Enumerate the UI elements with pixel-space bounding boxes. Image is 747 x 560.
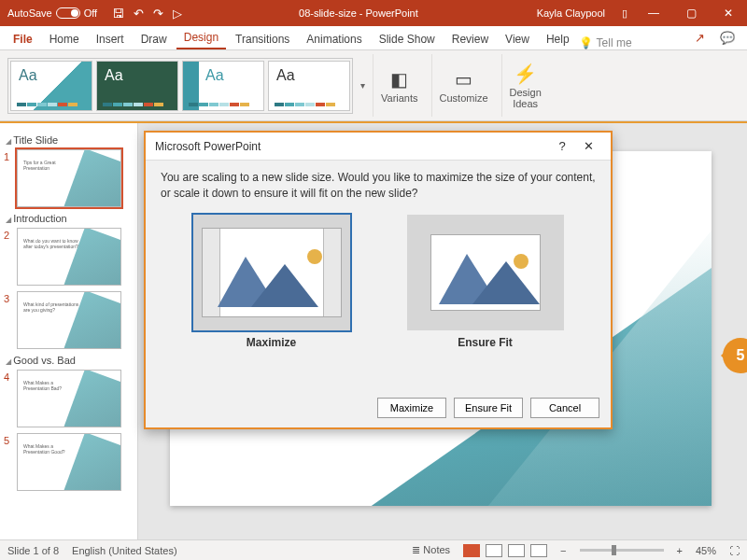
dialog-message: You are scaling to a new slide size. Wou… bbox=[146, 161, 611, 211]
notes-toggle[interactable]: ≣ Notes bbox=[412, 544, 450, 556]
tutorial-callout: 5 bbox=[723, 338, 747, 373]
close-button[interactable]: ✕ bbox=[710, 0, 747, 26]
theme-thumb-1[interactable]: Aa bbox=[10, 61, 92, 111]
group-design-ideas[interactable]: ⚡ Design Ideas bbox=[501, 54, 549, 117]
thumb-row-3[interactable]: 3 What kind of presentations are you giv… bbox=[4, 291, 134, 349]
thumb-row-4[interactable]: 4 What Makes a Presentation Bad? bbox=[4, 370, 134, 427]
group-customize[interactable]: ▭ Customize bbox=[431, 54, 496, 117]
option-maximize[interactable]: Maximize bbox=[193, 215, 350, 349]
tab-draw[interactable]: Draw bbox=[134, 29, 175, 49]
tell-me-label: Tell me bbox=[597, 36, 632, 49]
user-name[interactable]: Kayla Claypool bbox=[528, 7, 614, 19]
zoom-out-button[interactable]: − bbox=[560, 545, 566, 556]
title-bar: AutoSave Off 🖫 ↶ ↷ ▷ 08-slide-size - Pow… bbox=[0, 0, 747, 26]
customize-icon: ▭ bbox=[455, 68, 472, 91]
help-button[interactable]: ? bbox=[549, 139, 575, 153]
themes-gallery[interactable]: Aa Aa Aa Aa bbox=[7, 58, 353, 114]
cancel-button[interactable]: Cancel bbox=[530, 398, 599, 418]
slideshow-view-button[interactable] bbox=[530, 544, 547, 557]
zoom-in-button[interactable]: + bbox=[677, 545, 683, 556]
tab-transitions[interactable]: Transitions bbox=[228, 29, 297, 49]
section-good-vs-bad[interactable]: Good vs. Bad bbox=[6, 355, 132, 366]
quick-access-toolbar: 🖫 ↶ ↷ ▷ bbox=[105, 7, 190, 21]
tell-me-search[interactable]: 💡 Tell me bbox=[579, 36, 632, 49]
slide-number: 5 bbox=[4, 433, 13, 446]
theme-thumb-3[interactable]: Aa bbox=[182, 61, 264, 111]
view-buttons bbox=[463, 544, 547, 557]
variants-label: Variants bbox=[381, 92, 418, 104]
tab-insert[interactable]: Insert bbox=[89, 29, 132, 49]
option-ensure-fit[interactable]: Ensure Fit bbox=[407, 215, 564, 349]
variants-icon: ◧ bbox=[390, 68, 408, 91]
tab-help[interactable]: Help bbox=[539, 29, 577, 49]
slide-thumbnails-panel[interactable]: Title Slide 1 Tips for a Great Presentat… bbox=[0, 123, 138, 539]
zoom-level[interactable]: 45% bbox=[696, 545, 716, 556]
autosave-state: Off bbox=[84, 7, 97, 19]
maximize-button[interactable]: Maximize bbox=[377, 398, 446, 418]
comments-button[interactable]: 💬 bbox=[713, 26, 741, 49]
tab-review[interactable]: Review bbox=[444, 29, 496, 49]
slide-size-dialog: Microsoft PowerPoint ? ✕ You are scaling… bbox=[144, 131, 613, 429]
callout-number: 5 bbox=[737, 347, 745, 364]
section-title-slide[interactable]: Title Slide bbox=[6, 134, 132, 146]
option-maximize-label: Maximize bbox=[247, 336, 296, 349]
slide-thumb-3[interactable]: What kind of presentations are you givin… bbox=[17, 291, 121, 349]
notes-label: Notes bbox=[423, 544, 450, 555]
slide-counter[interactable]: Slide 1 of 8 bbox=[7, 545, 59, 556]
tab-home[interactable]: Home bbox=[42, 29, 87, 49]
tab-file[interactable]: File bbox=[6, 29, 40, 49]
ribbon-design: Aa Aa Aa Aa ▾ ◧ Variants ▭ Customize ⚡ D… bbox=[0, 50, 747, 121]
zoom-slider[interactable] bbox=[580, 549, 664, 552]
reading-view-button[interactable] bbox=[508, 544, 525, 557]
thumb-row-5[interactable]: 5 What Makes a Presentation Good? bbox=[4, 433, 134, 491]
maximize-button[interactable]: ▢ bbox=[672, 0, 710, 26]
slide-number: 2 bbox=[4, 228, 13, 241]
autosave-toggle[interactable]: AutoSave Off bbox=[0, 7, 105, 19]
customize-label: Customize bbox=[440, 92, 488, 104]
dialog-close-button[interactable]: ✕ bbox=[575, 139, 601, 153]
slide-thumb-1[interactable]: Tips for a Great Presentation bbox=[17, 149, 121, 207]
design-ideas-icon: ⚡ bbox=[514, 63, 537, 85]
slide-number: 4 bbox=[4, 370, 13, 383]
autosave-label: AutoSave bbox=[7, 7, 52, 19]
share-button[interactable]: ↗ bbox=[688, 26, 712, 49]
ribbon-tabs: File Home Insert Draw Design Transitions… bbox=[0, 26, 747, 50]
design-ideas-label: Design Ideas bbox=[510, 87, 542, 109]
thumb-row-1[interactable]: 1 Tips for a Great Presentation bbox=[4, 149, 134, 207]
language-status[interactable]: English (United States) bbox=[72, 545, 177, 556]
status-bar: Slide 1 of 8 English (United States) ≣ N… bbox=[0, 539, 747, 560]
undo-icon[interactable]: ↶ bbox=[134, 7, 144, 21]
theme-thumb-4[interactable]: Aa bbox=[268, 61, 350, 111]
dialog-titlebar: Microsoft PowerPoint ? ✕ bbox=[146, 133, 611, 161]
slide-number: 1 bbox=[4, 149, 13, 162]
slide-thumb-5[interactable]: What Makes a Presentation Good? bbox=[17, 433, 121, 491]
option-ensure-fit-label: Ensure Fit bbox=[458, 336, 513, 349]
sorter-view-button[interactable] bbox=[486, 544, 502, 557]
dialog-title: Microsoft PowerPoint bbox=[155, 140, 549, 153]
group-variants[interactable]: ◧ Variants bbox=[373, 54, 426, 117]
thumb-row-2[interactable]: 2 What do you want to know after today's… bbox=[4, 228, 134, 286]
ribbon-options-icon[interactable]: ▯ bbox=[614, 7, 635, 20]
save-icon[interactable]: 🖫 bbox=[112, 7, 124, 21]
tab-slide-show[interactable]: Slide Show bbox=[372, 29, 443, 49]
normal-view-button[interactable] bbox=[463, 544, 480, 557]
toggle-off-icon bbox=[56, 7, 80, 19]
slide-thumb-4[interactable]: What Makes a Presentation Bad? bbox=[17, 370, 121, 427]
lightbulb-icon: 💡 bbox=[579, 36, 593, 49]
gallery-more-icon[interactable]: ▾ bbox=[359, 78, 367, 92]
slide-thumb-2[interactable]: What do you want to know after today's p… bbox=[17, 228, 121, 286]
tab-view[interactable]: View bbox=[498, 29, 537, 49]
tab-animations[interactable]: Animations bbox=[299, 29, 369, 49]
fit-to-window-button[interactable]: ⛶ bbox=[729, 545, 740, 556]
slide-number: 3 bbox=[4, 291, 13, 304]
ensure-fit-button[interactable]: Ensure Fit bbox=[454, 398, 523, 418]
window-title: 08-slide-size - PowerPoint bbox=[190, 7, 527, 19]
start-slideshow-icon[interactable]: ▷ bbox=[173, 7, 182, 21]
dialog-buttons: Maximize Ensure Fit Cancel bbox=[377, 398, 599, 418]
window-controls: ― ▢ ✕ bbox=[635, 0, 747, 26]
tab-design[interactable]: Design bbox=[176, 27, 226, 49]
minimize-button[interactable]: ― bbox=[635, 0, 672, 26]
redo-icon[interactable]: ↷ bbox=[153, 7, 163, 21]
section-introduction[interactable]: Introduction bbox=[6, 213, 132, 224]
theme-thumb-2[interactable]: Aa bbox=[96, 61, 178, 111]
